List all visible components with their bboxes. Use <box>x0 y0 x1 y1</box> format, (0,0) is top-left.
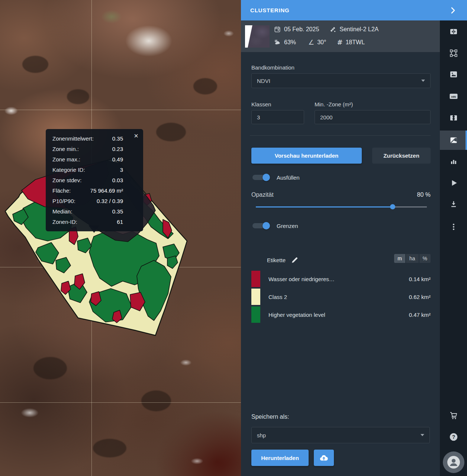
stat-value: 0.03 <box>112 177 123 183</box>
stat-label: Zonen-ID: <box>52 219 77 225</box>
borders-toggle[interactable] <box>251 221 270 230</box>
class-color-swatch <box>251 271 260 287</box>
more-tools[interactable] <box>440 217 467 237</box>
stat-label: Kategorie ID: <box>52 167 85 173</box>
class-label: Class 2 <box>268 294 287 300</box>
fill-toggle[interactable] <box>251 173 270 182</box>
borders-toggle-label: Grenzen <box>277 223 298 229</box>
split-images-icon <box>449 113 458 122</box>
classes-value: 3 <box>257 114 260 120</box>
min-zone-label: Min. -Zone (m²) <box>315 101 353 107</box>
min-zone-input[interactable]: 2000 <box>315 110 431 124</box>
class-area: 0.14 km² <box>409 276 431 282</box>
stat-label: Zone max.: <box>52 156 80 163</box>
classes-input[interactable]: 3 <box>251 110 304 124</box>
save-format-select[interactable]: shp <box>251 427 430 443</box>
chevron-down-icon <box>421 80 425 82</box>
cloud-upload-button[interactable] <box>314 450 334 466</box>
clustering-panel: CLUSTERING 05 Feb. 2025 <box>241 0 440 476</box>
scene-sensor: Sentinel-2 L2A <box>329 26 379 33</box>
cart-icon <box>449 411 458 420</box>
cluster-zones-layer[interactable] <box>0 0 241 476</box>
account-button[interactable] <box>443 451 464 473</box>
scene-cloudiness-text: 63% <box>284 39 296 46</box>
clustering-app: { "header": { "title": "CLUSTERING" }, "… <box>0 0 467 476</box>
opacity-label: Opazität <box>251 192 274 198</box>
legend-row: Wasser oder niedrigeres… 0.14 km² <box>251 271 431 287</box>
stat-value: 0.49 <box>112 156 123 163</box>
account-icon <box>446 455 461 470</box>
cloud-upload-icon <box>319 453 329 463</box>
unit-switcher: m ha % <box>394 254 431 263</box>
stat-label: P10/P90: <box>52 198 75 204</box>
preview-download-button[interactable]: Vorschau herunterladen <box>251 148 362 164</box>
collapse-chevron-icon[interactable] <box>448 6 457 15</box>
panel-title: CLUSTERING <box>250 7 290 13</box>
help-tool[interactable]: ? <box>440 427 467 447</box>
slider-thumb[interactable] <box>390 204 395 209</box>
image-icon <box>449 70 458 79</box>
unit-ha-button[interactable]: ha <box>406 254 419 263</box>
stat-value: 0.32 / 0.39 <box>97 198 123 204</box>
imagery-tool[interactable] <box>440 65 467 84</box>
hri-icon: HRI <box>449 92 458 101</box>
scene-thumbnail[interactable] <box>245 25 270 48</box>
close-icon[interactable]: × <box>134 132 138 139</box>
class-label: Wasser oder niedrigeres… <box>268 276 335 282</box>
opacity-slider[interactable] <box>256 204 427 209</box>
satellite-icon <box>329 26 336 33</box>
stat-label: Median: <box>52 208 72 215</box>
svg-text:HRI: HRI <box>451 95 456 99</box>
unit-percent-button[interactable]: % <box>419 254 431 263</box>
help-icon: ? <box>449 432 458 442</box>
unit-m-button[interactable]: m <box>394 254 405 263</box>
min-zone-value: 2000 <box>320 114 332 120</box>
stat-label: Fläche: <box>52 187 71 194</box>
cart-tool[interactable] <box>440 406 467 425</box>
compare-tool[interactable] <box>440 22 467 41</box>
class-label: Higher vegetation level <box>268 312 325 318</box>
save-as-label: Speichern als: <box>251 414 289 420</box>
tile-grid-icon: # <box>337 38 342 46</box>
scene-meta-bar: 05 Feb. 2025 Sentinel-2 L2A <box>241 20 440 52</box>
cloud-sun-icon <box>274 39 281 46</box>
class-color-swatch <box>251 306 260 323</box>
stat-value: 0.35 <box>112 135 123 142</box>
legend-row: Higher vegetation level 0.47 km² <box>251 306 431 323</box>
download-button[interactable]: Herunterladen <box>251 450 309 466</box>
stat-label: Zone min.: <box>52 146 79 152</box>
scene-date: 05 Feb. 2025 <box>274 26 319 33</box>
scene-cloudiness: 63% <box>274 39 296 46</box>
save-format-value: shp <box>257 432 266 438</box>
analytics-tool[interactable] <box>440 152 467 171</box>
map-canvas[interactable]: × Zonenmittelwert:0.35 Zone min.:0.23 Zo… <box>0 0 241 476</box>
more-vertical-icon <box>449 222 458 231</box>
chevron-down-icon <box>421 434 424 436</box>
angle-icon: ∠ <box>308 38 314 46</box>
band-combination-select[interactable]: NDVI <box>251 73 431 88</box>
aoi-polygon-icon <box>449 49 458 58</box>
reset-button[interactable]: Zurücksetzen <box>372 148 431 164</box>
change-detection-tool[interactable] <box>440 108 467 128</box>
compare-icon <box>449 27 458 36</box>
hri-tool[interactable]: HRI <box>440 87 467 106</box>
section-divider <box>250 135 431 136</box>
stat-value: 0.35 <box>112 208 123 215</box>
download-label: Herunterladen <box>261 455 299 461</box>
clustering-tool[interactable] <box>440 131 467 150</box>
stat-value: 61 <box>117 219 123 225</box>
band-combination-label: Bandkombination <box>251 64 294 71</box>
preview-download-label: Vorschau herunterladen <box>275 152 338 159</box>
clustering-icon <box>449 136 458 145</box>
play-tool[interactable] <box>440 173 467 193</box>
class-color-swatch <box>251 289 260 305</box>
play-icon <box>449 178 458 188</box>
edit-pencil-icon[interactable] <box>291 256 299 264</box>
scene-angle: ∠ 30° <box>308 38 326 46</box>
scene-date-text: 05 Feb. 2025 <box>284 26 319 33</box>
download-tool[interactable] <box>440 194 467 214</box>
classes-label: Klassen <box>251 101 271 107</box>
aoi-tool[interactable] <box>440 44 467 63</box>
bar-chart-icon <box>449 157 458 166</box>
fill-toggle-label: Ausfüllen <box>277 174 300 181</box>
